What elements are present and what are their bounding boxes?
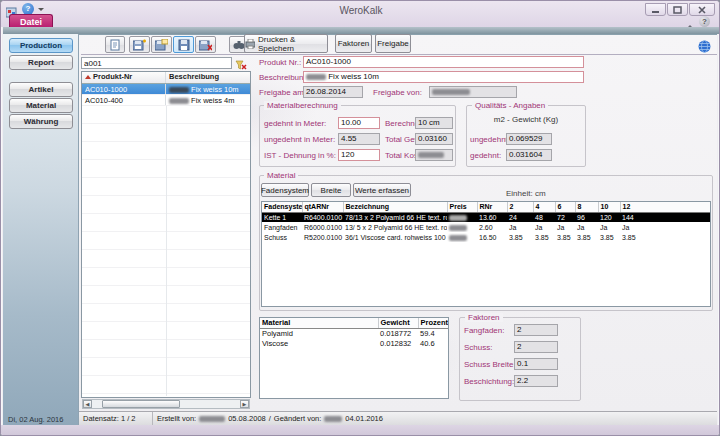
print-save-label: Drucken & Speichern xyxy=(258,35,327,53)
ungedehnt-label: ungedehnt in Meter: xyxy=(264,135,335,144)
qa-gedehnt-label: gedehnt: xyxy=(470,151,501,160)
product-list: Produkt-Nr Beschreibung AC010-1000 Fix w… xyxy=(81,71,251,398)
window-title: WeroKalk xyxy=(1,5,720,16)
qa-gedehnt-field[interactable]: 0.031604 xyxy=(506,149,552,161)
sidebar-item-production[interactable]: Production xyxy=(9,38,73,53)
redacted-text xyxy=(432,89,470,95)
sidebar-item-material[interactable]: Material xyxy=(9,98,73,113)
freigabe-von-field[interactable] xyxy=(429,86,517,98)
preis-cell xyxy=(447,212,477,222)
minimize-icon xyxy=(651,6,660,13)
faktoren-title: Faktoren xyxy=(465,313,503,322)
separator: / xyxy=(269,414,271,423)
column-header-beschreibung[interactable]: Beschreibung xyxy=(166,72,250,83)
schuss-breite-plus-field[interactable]: 0.1 xyxy=(514,358,558,370)
berechnete-breite-field[interactable]: 10 cm xyxy=(415,117,453,129)
summary-header: MaterialGewichtProzent xyxy=(260,318,449,328)
freigabe-am-field[interactable]: 26.08.2014 xyxy=(303,86,363,98)
sidebar: Production Report Artikel Material Währu… xyxy=(3,34,79,425)
product-row[interactable]: AC010-400 Fix weiss 4m xyxy=(82,95,250,106)
m2-gewicht-header: m2 - Gewicht (Kg) xyxy=(466,115,586,124)
total-kosten-field[interactable] xyxy=(415,149,453,161)
redacted-text xyxy=(169,98,189,104)
product-list-header: Produkt-Nr Beschreibung xyxy=(82,72,250,84)
fangfaden-field[interactable]: 2 xyxy=(514,324,558,336)
ungedehnt-field[interactable]: 4.55 xyxy=(338,133,380,145)
save-record-button[interactable] xyxy=(173,36,194,53)
produkt-nr-field[interactable]: AC010-1000 xyxy=(303,56,584,68)
schuss-field[interactable]: 2 xyxy=(514,341,558,353)
product-nr-cell: AC010-400 xyxy=(82,95,166,105)
redacted-text xyxy=(324,416,342,422)
record-copy-icon xyxy=(155,39,168,51)
redacted-text xyxy=(449,215,467,221)
qa-ungedehnt-label: ungedehnt: xyxy=(470,135,510,144)
geaendert-datum: 04.01.2016 xyxy=(345,414,383,423)
total-gewicht-field[interactable]: 0.03160 xyxy=(415,133,453,145)
filter-input[interactable] xyxy=(81,57,232,69)
product-row-selected[interactable]: AC010-1000 Fix weiss 10m xyxy=(82,84,250,95)
erstellt-datum: 05.08.2008 xyxy=(228,414,266,423)
material-table-header: FadensystemqtARNrBezeichnungPreisRNr2468… xyxy=(262,202,711,212)
werte-erfassen-button[interactable]: Werte erfassen xyxy=(353,183,411,197)
window-frame-bottom xyxy=(1,425,720,436)
faktoren-button[interactable]: Faktoren xyxy=(335,34,372,53)
schuss-label: Schuss: xyxy=(464,343,492,352)
dehnung-field[interactable]: 120 xyxy=(338,149,380,161)
toolbar-separator xyxy=(81,54,717,55)
redacted-text xyxy=(169,87,189,93)
summary-row[interactable]: Viscose0.01283240.6 xyxy=(260,338,449,348)
copy-record-button[interactable] xyxy=(151,36,172,53)
erstellt-von-label: Erstellt von: xyxy=(157,414,196,423)
fadensystem-button[interactable]: Fadensystem xyxy=(261,183,309,197)
qualitaets-title: Qualitäts - Angaben xyxy=(472,101,548,110)
beschichtung-field[interactable]: 2.2 xyxy=(514,375,558,387)
beschreibung-field[interactable]: Fix weiss 10m xyxy=(303,71,584,83)
material-row-schuss[interactable]: SchussR5200.010036/1 Viscose card. rohwe… xyxy=(262,232,711,242)
redacted-text xyxy=(199,416,225,422)
freigabe-button[interactable]: Freigabe xyxy=(375,34,411,53)
dehnung-label: IST - Dehnung in %: xyxy=(264,151,336,160)
sidebar-item-artikel[interactable]: Artikel xyxy=(9,82,73,97)
material-row-kette[interactable]: Kette 1R6400.010078/13 x 2 Polyamid 66 H… xyxy=(262,212,711,222)
material-summary-table: MaterialGewichtProzent Polyamid0.0187725… xyxy=(259,317,449,399)
preis-cell xyxy=(447,222,477,232)
printer-icon xyxy=(245,39,255,49)
product-list-empty-area xyxy=(82,106,250,396)
product-nr-cell: AC010-1000 xyxy=(82,84,166,94)
application-window: ? WeroKalk Datei ? Production Report Art… xyxy=(0,0,720,436)
redacted-text xyxy=(306,74,326,80)
einheit-label: Einheit: cm xyxy=(506,189,546,198)
redacted-text xyxy=(449,225,467,231)
sort-ascending-icon xyxy=(85,75,91,79)
material-row-fangfaden[interactable]: FangfadenR6000.010013/ 5 x 2 Polyamid 66… xyxy=(262,222,711,232)
freigabe-von-label: Freigabe von: xyxy=(373,88,422,97)
qa-ungedehnt-field[interactable]: 0.069529 xyxy=(506,133,552,145)
record-info-status: Erstellt von: 05.08.2008 / Geändert von:… xyxy=(153,412,387,425)
freigabe-am-label: Freigabe am: xyxy=(259,88,306,97)
material-table: FadensystemqtARNrBezeichnungPreisRNr2468… xyxy=(261,201,711,307)
gedehnt-field[interactable]: 10.00 xyxy=(338,117,380,129)
scrollbar-thumb[interactable] xyxy=(102,400,180,408)
sidebar-item-waehrung[interactable]: Währung xyxy=(9,114,73,129)
scroll-left-arrow-icon[interactable]: ◀ xyxy=(83,400,92,408)
new-record-button[interactable] xyxy=(105,36,125,53)
sidebar-item-report[interactable]: Report xyxy=(9,55,73,70)
ribbon-help-icon[interactable]: ? xyxy=(699,16,710,27)
geaendert-von-label: Geändert von: xyxy=(274,414,322,423)
column-header-produkt-nr[interactable]: Produkt-Nr xyxy=(82,72,166,83)
delete-record-button[interactable] xyxy=(195,36,216,53)
produkt-nr-label: Produkt Nr.: xyxy=(259,58,301,67)
redacted-text xyxy=(449,235,467,241)
material-title: Material xyxy=(264,171,298,180)
scroll-right-arrow-icon[interactable]: ▶ xyxy=(240,400,249,408)
close-button[interactable] xyxy=(689,3,715,16)
materialberechnung-title: Materialberechnung xyxy=(264,101,341,110)
summary-row[interactable]: Polyamid0.01877259.4 xyxy=(260,328,449,338)
breite-button[interactable]: Breite xyxy=(311,183,351,197)
horizontal-scrollbar[interactable]: ◀ ▶ xyxy=(82,399,250,409)
print-save-button[interactable]: Drucken & Speichern xyxy=(244,34,328,53)
minimize-button[interactable] xyxy=(645,3,666,16)
maximize-button[interactable] xyxy=(667,3,688,16)
add-record-button[interactable] xyxy=(129,36,150,53)
